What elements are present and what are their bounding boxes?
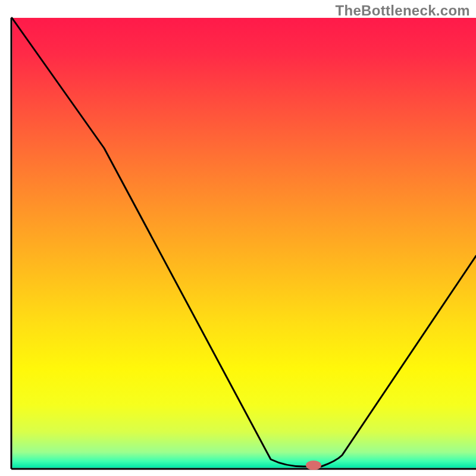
- optimal-marker: [306, 461, 321, 470]
- watermark-text: TheBottleneck.com: [336, 2, 470, 19]
- chart-container: { "watermark": "TheBottleneck.com", "axe…: [0, 0, 476, 476]
- chart-svg: [0, 0, 476, 476]
- plot-background: [12, 18, 477, 468]
